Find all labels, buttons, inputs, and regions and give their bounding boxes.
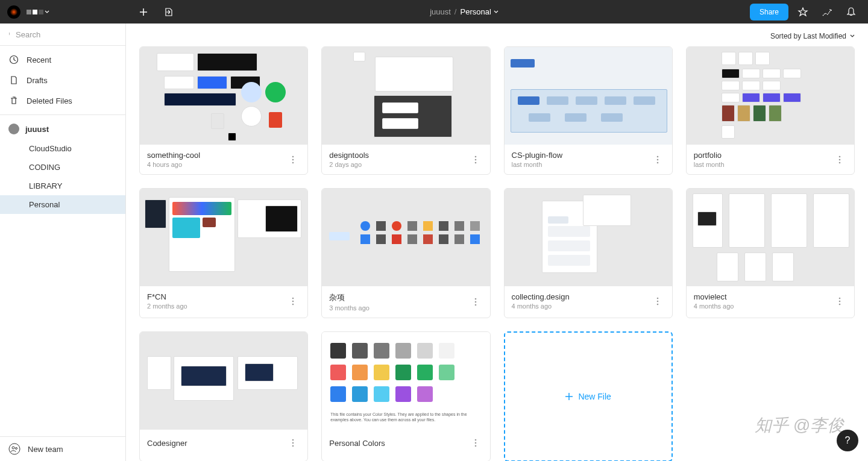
sort-label-text: Sorted by Last Modified (770, 32, 846, 40)
file-card[interactable]: movielect 4 months ago (686, 188, 855, 318)
file-more-button[interactable] (468, 436, 483, 450)
file-card[interactable]: CS-plugin-flow last month (504, 46, 673, 175)
file-thumbnail (687, 189, 854, 286)
svg-point-7 (16, 448, 17, 450)
kebab-icon (292, 155, 294, 164)
star-icon (797, 7, 808, 17)
svg-point-15 (656, 158, 658, 160)
svg-point-19 (839, 162, 841, 163)
svg-point-13 (474, 162, 476, 163)
nav-drafts[interactable]: Drafts (0, 70, 125, 90)
file-thumbnail (687, 47, 854, 145)
import-button[interactable] (159, 2, 178, 22)
nav-deleted-label: Deleted Files (27, 96, 72, 105)
file-card[interactable]: portfolio last month (686, 46, 855, 175)
file-thumbnail (140, 332, 307, 430)
search-input[interactable] (16, 30, 117, 39)
nav-deleted[interactable]: Deleted Files (0, 90, 125, 111)
team-dropdown[interactable] (27, 8, 49, 16)
kebab-icon (474, 298, 477, 306)
file-title: designtools (329, 151, 369, 160)
file-more-button[interactable] (286, 436, 300, 450)
file-title: Personal Colors (329, 439, 385, 448)
favorite-button[interactable] (793, 2, 813, 22)
file-more-button[interactable] (286, 294, 300, 309)
people-plus-icon (8, 443, 20, 455)
svg-point-33 (292, 442, 294, 444)
breadcrumb-current[interactable]: Personal (460, 7, 498, 16)
svg-rect-2 (39, 10, 43, 14)
team-project-coding[interactable]: CODING (0, 158, 125, 177)
file-card[interactable]: something-cool 4 hours ago (139, 46, 308, 175)
team-project-library[interactable]: LIBRARY (0, 177, 125, 195)
file-thumbnail (322, 189, 489, 286)
file-card[interactable]: 杂项 3 months ago (321, 188, 490, 318)
svg-point-24 (474, 301, 476, 303)
file-title: CS-plugin-flow (512, 151, 563, 160)
app-logo[interactable] (7, 5, 20, 19)
file-card[interactable]: designtools 2 days ago (321, 46, 490, 175)
svg-point-22 (292, 303, 294, 305)
share-button[interactable]: Share (750, 4, 788, 20)
kebab-icon (656, 155, 659, 164)
kebab-icon (474, 439, 477, 447)
new-file-label: New File (578, 392, 611, 401)
new-file-button[interactable] (134, 2, 153, 22)
file-title: something-cool (147, 151, 200, 160)
svg-point-14 (656, 155, 658, 157)
new-file-card[interactable]: New File (504, 331, 673, 461)
new-team-button[interactable]: New team (0, 436, 125, 461)
file-time: last month (512, 161, 563, 168)
svg-point-36 (474, 442, 476, 444)
breadcrumb-separator: / (454, 7, 457, 16)
plus-icon (139, 7, 148, 17)
file-time: 3 months ago (329, 304, 370, 312)
sidebar: Recent Drafts Deleted Files juuust Cloud… (0, 24, 126, 461)
kebab-icon (838, 297, 841, 306)
file-card[interactable]: F*CN 2 months ago (139, 188, 308, 318)
svg-point-27 (656, 300, 658, 302)
trash-icon (8, 95, 19, 106)
sort-dropdown[interactable]: Sorted by Last Modified (770, 32, 855, 40)
file-time: 2 months ago (147, 303, 187, 310)
file-thumbnail (505, 47, 672, 145)
file-card[interactable]: collecting.design 4 months ago (504, 188, 673, 318)
nav-recent[interactable]: Recent (0, 49, 125, 70)
file-thumbnail (322, 47, 489, 145)
file-card[interactable]: This file contains your Color Styles. Th… (321, 331, 490, 461)
help-button[interactable]: ? (837, 430, 858, 451)
file-time: 4 hours ago (147, 161, 200, 168)
file-card[interactable]: Codesigner (139, 331, 308, 461)
file-title: portfolio (694, 151, 725, 160)
activity-button[interactable] (817, 2, 837, 22)
file-more-button[interactable] (832, 294, 847, 309)
file-time: 2 days ago (329, 161, 369, 168)
svg-point-9 (292, 158, 294, 160)
svg-point-30 (839, 300, 841, 302)
file-title: F*CN (147, 292, 187, 301)
team-project-personal[interactable]: Personal (0, 195, 125, 214)
notifications-button[interactable] (841, 2, 861, 22)
file-more-button[interactable] (832, 152, 847, 167)
breadcrumb-parent[interactable]: juuust (430, 7, 451, 16)
file-more-button[interactable] (286, 152, 300, 167)
import-icon (164, 7, 174, 17)
team-header[interactable]: juuust (0, 119, 125, 139)
svg-rect-1 (33, 10, 37, 14)
svg-point-26 (656, 297, 658, 299)
svg-point-31 (839, 303, 841, 305)
svg-point-11 (474, 155, 476, 157)
file-more-button[interactable] (650, 294, 665, 309)
team-project-cloudstudio[interactable]: CloudStudio (0, 139, 125, 158)
team-tiles-icon (27, 8, 43, 16)
breadcrumb-current-label: Personal (460, 7, 491, 16)
svg-point-29 (839, 297, 841, 299)
file-time: 4 months ago (512, 303, 570, 310)
file-more-button[interactable] (468, 152, 483, 167)
chevron-down-icon (850, 34, 855, 39)
svg-point-34 (292, 445, 294, 447)
kebab-icon (292, 297, 294, 306)
file-more-button[interactable] (650, 152, 665, 167)
nav-recent-label: Recent (27, 55, 51, 64)
file-more-button[interactable] (468, 295, 483, 309)
